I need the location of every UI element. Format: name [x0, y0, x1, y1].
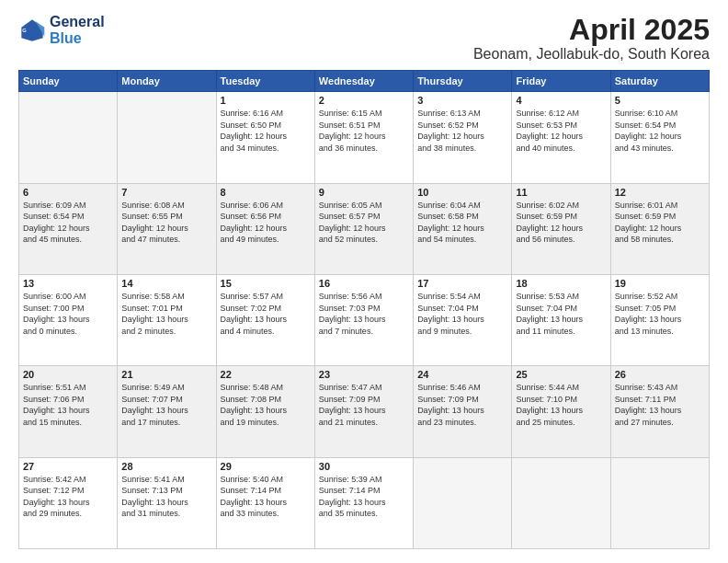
- day-number: 1: [221, 95, 311, 106]
- table-row: 8Sunrise: 6:06 AM Sunset: 6:56 PM Daylig…: [216, 183, 314, 274]
- day-info: Sunrise: 5:51 AM Sunset: 7:06 PM Dayligh…: [23, 382, 113, 428]
- title-block: April 2025 Beonam, Jeollabuk-do, South K…: [473, 14, 710, 63]
- day-number: 21: [121, 369, 211, 380]
- day-number: 7: [121, 187, 211, 198]
- col-friday: Friday: [512, 71, 610, 92]
- day-info: Sunrise: 6:05 AM Sunset: 6:57 PM Dayligh…: [319, 200, 409, 246]
- table-row: 11Sunrise: 6:02 AM Sunset: 6:59 PM Dayli…: [512, 183, 610, 274]
- day-number: 6: [23, 187, 113, 198]
- calendar-header-row: Sunday Monday Tuesday Wednesday Thursday…: [19, 71, 710, 92]
- day-info: Sunrise: 5:47 AM Sunset: 7:09 PM Dayligh…: [319, 382, 409, 428]
- header: G General Blue April 2025 Beonam, Jeolla…: [18, 14, 710, 63]
- table-row: 14Sunrise: 5:58 AM Sunset: 7:01 PM Dayli…: [118, 274, 216, 365]
- day-number: 10: [417, 187, 507, 198]
- col-thursday: Thursday: [414, 71, 512, 92]
- col-sunday: Sunday: [19, 71, 118, 92]
- page: G General Blue April 2025 Beonam, Jeolla…: [0, 0, 728, 563]
- day-number: 17: [417, 278, 507, 289]
- table-row: 27Sunrise: 5:42 AM Sunset: 7:12 PM Dayli…: [19, 457, 118, 548]
- table-row: 2Sunrise: 6:15 AM Sunset: 6:51 PM Daylig…: [314, 92, 413, 183]
- day-info: Sunrise: 5:54 AM Sunset: 7:04 PM Dayligh…: [417, 291, 507, 337]
- day-info: Sunrise: 5:42 AM Sunset: 7:12 PM Dayligh…: [23, 474, 113, 520]
- table-row: 16Sunrise: 5:56 AM Sunset: 7:03 PM Dayli…: [314, 274, 413, 365]
- logo-text: General Blue: [50, 14, 105, 47]
- day-info: Sunrise: 6:16 AM Sunset: 6:50 PM Dayligh…: [221, 108, 311, 154]
- day-number: 18: [516, 278, 606, 289]
- table-row: 24Sunrise: 5:46 AM Sunset: 7:09 PM Dayli…: [414, 366, 512, 457]
- day-info: Sunrise: 6:10 AM Sunset: 6:54 PM Dayligh…: [615, 108, 705, 154]
- calendar-table: Sunday Monday Tuesday Wednesday Thursday…: [18, 70, 710, 549]
- table-row: 13Sunrise: 6:00 AM Sunset: 7:00 PM Dayli…: [19, 274, 118, 365]
- table-row: 17Sunrise: 5:54 AM Sunset: 7:04 PM Dayli…: [414, 274, 512, 365]
- day-info: Sunrise: 5:40 AM Sunset: 7:14 PM Dayligh…: [221, 474, 311, 520]
- table-row: 1Sunrise: 6:16 AM Sunset: 6:50 PM Daylig…: [216, 92, 314, 183]
- table-row: 6Sunrise: 6:09 AM Sunset: 6:54 PM Daylig…: [19, 183, 118, 274]
- day-number: 13: [23, 278, 113, 289]
- table-row: 23Sunrise: 5:47 AM Sunset: 7:09 PM Dayli…: [314, 366, 413, 457]
- day-number: 5: [615, 95, 705, 106]
- day-number: 22: [221, 369, 311, 380]
- table-row: [512, 457, 610, 548]
- table-row: [118, 92, 216, 183]
- logo: G General Blue: [18, 14, 105, 47]
- day-number: 4: [516, 95, 606, 106]
- table-row: 28Sunrise: 5:41 AM Sunset: 7:13 PM Dayli…: [118, 457, 216, 548]
- day-number: 25: [516, 369, 606, 380]
- day-number: 2: [319, 95, 409, 106]
- table-row: 22Sunrise: 5:48 AM Sunset: 7:08 PM Dayli…: [216, 366, 314, 457]
- table-row: 19Sunrise: 5:52 AM Sunset: 7:05 PM Dayli…: [610, 274, 709, 365]
- day-info: Sunrise: 6:09 AM Sunset: 6:54 PM Dayligh…: [23, 200, 113, 246]
- table-row: 15Sunrise: 5:57 AM Sunset: 7:02 PM Dayli…: [216, 274, 314, 365]
- day-info: Sunrise: 5:57 AM Sunset: 7:02 PM Dayligh…: [221, 291, 311, 337]
- day-number: 8: [221, 187, 311, 198]
- table-row: 4Sunrise: 6:12 AM Sunset: 6:53 PM Daylig…: [512, 92, 610, 183]
- day-info: Sunrise: 6:08 AM Sunset: 6:55 PM Dayligh…: [121, 200, 211, 246]
- day-info: Sunrise: 5:44 AM Sunset: 7:10 PM Dayligh…: [516, 382, 606, 428]
- col-monday: Monday: [118, 71, 216, 92]
- day-number: 12: [615, 187, 705, 198]
- table-row: 10Sunrise: 6:04 AM Sunset: 6:58 PM Dayli…: [414, 183, 512, 274]
- svg-text:G: G: [22, 28, 27, 33]
- day-info: Sunrise: 5:48 AM Sunset: 7:08 PM Dayligh…: [221, 382, 311, 428]
- table-row: [19, 92, 118, 183]
- day-number: 30: [319, 461, 409, 472]
- table-row: 5Sunrise: 6:10 AM Sunset: 6:54 PM Daylig…: [610, 92, 709, 183]
- day-info: Sunrise: 6:01 AM Sunset: 6:59 PM Dayligh…: [615, 200, 705, 246]
- day-number: 19: [615, 278, 705, 289]
- table-row: 26Sunrise: 5:43 AM Sunset: 7:11 PM Dayli…: [610, 366, 709, 457]
- location-title: Beonam, Jeollabuk-do, South Korea: [473, 46, 710, 63]
- day-info: Sunrise: 5:41 AM Sunset: 7:13 PM Dayligh…: [121, 474, 211, 520]
- col-saturday: Saturday: [610, 71, 709, 92]
- table-row: 29Sunrise: 5:40 AM Sunset: 7:14 PM Dayli…: [216, 457, 314, 548]
- day-info: Sunrise: 6:13 AM Sunset: 6:52 PM Dayligh…: [417, 108, 507, 154]
- day-number: 16: [319, 278, 409, 289]
- day-number: 14: [121, 278, 211, 289]
- day-info: Sunrise: 5:46 AM Sunset: 7:09 PM Dayligh…: [417, 382, 507, 428]
- day-number: 27: [23, 461, 113, 472]
- day-info: Sunrise: 5:39 AM Sunset: 7:14 PM Dayligh…: [319, 474, 409, 520]
- day-info: Sunrise: 5:58 AM Sunset: 7:01 PM Dayligh…: [121, 291, 211, 337]
- table-row: 25Sunrise: 5:44 AM Sunset: 7:10 PM Dayli…: [512, 366, 610, 457]
- day-info: Sunrise: 6:00 AM Sunset: 7:00 PM Dayligh…: [23, 291, 113, 337]
- day-number: 11: [516, 187, 606, 198]
- table-row: [610, 457, 709, 548]
- day-number: 20: [23, 369, 113, 380]
- day-info: Sunrise: 5:43 AM Sunset: 7:11 PM Dayligh…: [615, 382, 705, 428]
- table-row: 30Sunrise: 5:39 AM Sunset: 7:14 PM Dayli…: [314, 457, 413, 548]
- day-info: Sunrise: 6:02 AM Sunset: 6:59 PM Dayligh…: [516, 200, 606, 246]
- day-number: 9: [319, 187, 409, 198]
- day-info: Sunrise: 6:06 AM Sunset: 6:56 PM Dayligh…: [221, 200, 311, 246]
- day-number: 15: [221, 278, 311, 289]
- table-row: 20Sunrise: 5:51 AM Sunset: 7:06 PM Dayli…: [19, 366, 118, 457]
- day-info: Sunrise: 6:15 AM Sunset: 6:51 PM Dayligh…: [319, 108, 409, 154]
- day-info: Sunrise: 6:12 AM Sunset: 6:53 PM Dayligh…: [516, 108, 606, 154]
- table-row: 12Sunrise: 6:01 AM Sunset: 6:59 PM Dayli…: [610, 183, 709, 274]
- day-number: 29: [221, 461, 311, 472]
- table-row: 3Sunrise: 6:13 AM Sunset: 6:52 PM Daylig…: [414, 92, 512, 183]
- table-row: 18Sunrise: 5:53 AM Sunset: 7:04 PM Dayli…: [512, 274, 610, 365]
- day-number: 26: [615, 369, 705, 380]
- day-info: Sunrise: 5:49 AM Sunset: 7:07 PM Dayligh…: [121, 382, 211, 428]
- col-tuesday: Tuesday: [216, 71, 314, 92]
- day-number: 24: [417, 369, 507, 380]
- table-row: [414, 457, 512, 548]
